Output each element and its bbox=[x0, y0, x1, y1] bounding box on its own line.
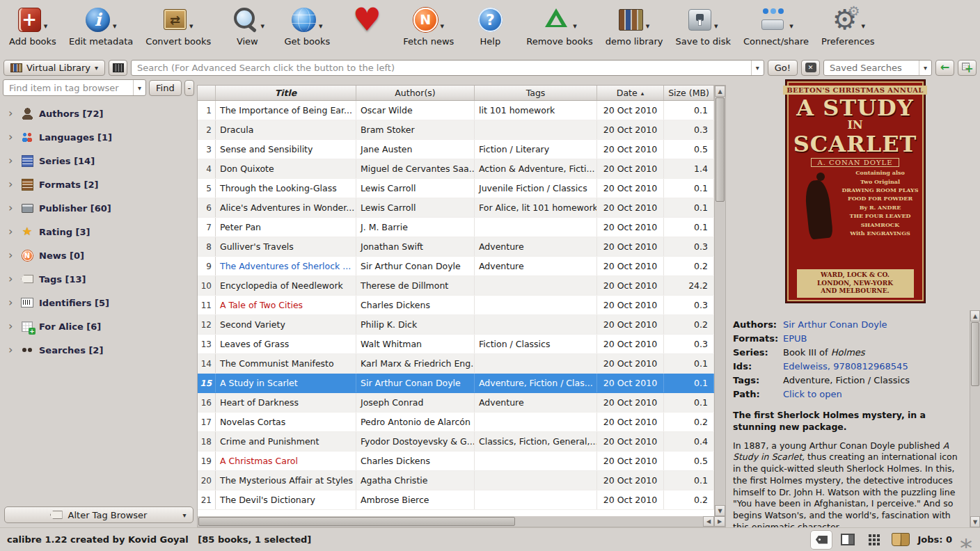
cell-title[interactable]: The Communist Manifesto bbox=[216, 354, 356, 373]
search-history-arrow-icon[interactable]: ▾ bbox=[751, 61, 764, 75]
cell-date[interactable]: 20 Oct 2010 bbox=[597, 159, 664, 178]
cell-date[interactable]: 20 Oct 2010 bbox=[597, 432, 664, 451]
cell-tags[interactable] bbox=[475, 315, 597, 334]
cell-title[interactable]: Second Variety bbox=[216, 315, 356, 334]
cell-title[interactable]: Leaves of Grass bbox=[216, 335, 356, 353]
dropdown-arrow-icon[interactable]: ▾ bbox=[573, 22, 577, 31]
cell-size[interactable]: 0.1 bbox=[664, 218, 714, 237]
cell-authors[interactable]: Pedro Antonio de Alarcón bbox=[356, 413, 475, 431]
row-number[interactable]: 10 bbox=[198, 276, 216, 295]
cell-tags[interactable]: Adventure bbox=[475, 257, 597, 276]
sidebar-item-languages[interactable]: › Languages [1] bbox=[0, 125, 197, 149]
sidebar-item-series[interactable]: › Series [14] bbox=[0, 149, 197, 173]
saved-searches-select[interactable]: Saved Searches ▾ bbox=[823, 60, 932, 76]
cell-title[interactable]: Gulliver's Travels bbox=[216, 237, 356, 256]
cell-tags[interactable] bbox=[475, 471, 597, 490]
edit-metadata-button[interactable]: ▾ Edit metadata bbox=[63, 3, 139, 48]
row-number[interactable]: 5 bbox=[198, 179, 216, 198]
cell-tags[interactable]: lit 101 homework bbox=[475, 101, 597, 120]
cell-size[interactable]: 0.1 bbox=[664, 179, 714, 198]
table-row[interactable]: 19 A Christmas Carol Charles Dickens 20 … bbox=[198, 452, 714, 471]
table-row[interactable]: 21 The Devil's Dictionary Ambrose Bierce… bbox=[198, 490, 714, 510]
table-row[interactable]: 5 Through the Looking-Glass Lewis Carrol… bbox=[198, 179, 714, 198]
dropdown-arrow-icon[interactable]: ▾ bbox=[113, 22, 117, 31]
jobs-spinner-icon[interactable]: * bbox=[958, 532, 974, 548]
cell-authors[interactable]: Charles Dickens bbox=[356, 296, 475, 314]
cell-date[interactable]: 20 Oct 2010 bbox=[597, 140, 664, 159]
sidebar-item-rating[interactable]: › Rating [3] bbox=[0, 220, 197, 243]
dropdown-arrow-icon[interactable]: ▾ bbox=[646, 22, 650, 31]
cell-tags[interactable]: Fiction / Classics bbox=[475, 335, 597, 353]
cell-tags[interactable] bbox=[475, 218, 597, 237]
table-vertical-scrollbar[interactable]: ▲ ▼ bbox=[714, 86, 725, 516]
cell-title[interactable]: A Christmas Carol bbox=[216, 452, 356, 470]
book-cover[interactable]: BEETON'S CHRISTMAS ANNUAL A STUDY IN SCA… bbox=[785, 79, 926, 303]
cell-title[interactable]: Novelas Cortas bbox=[216, 413, 356, 431]
cell-authors[interactable]: Lewis Carroll bbox=[356, 198, 475, 217]
cell-title[interactable]: A Tale of Two Cities bbox=[216, 296, 356, 314]
clear-search-button[interactable]: ✕ bbox=[801, 60, 820, 76]
cell-size[interactable]: 0.2 bbox=[664, 315, 714, 334]
expand-chevron-icon[interactable]: › bbox=[8, 179, 15, 190]
row-number[interactable]: 14 bbox=[198, 354, 216, 373]
preferences-button[interactable]: ▾ Preferences bbox=[815, 3, 880, 48]
cell-date[interactable]: 20 Oct 2010 bbox=[597, 198, 664, 217]
cell-tags[interactable]: Juvenile Fiction / Classics bbox=[475, 179, 597, 198]
scroll-up-icon[interactable]: ▲ bbox=[970, 310, 980, 321]
header-size[interactable]: Size (MB) bbox=[664, 86, 714, 100]
scrollbar-thumb[interactable] bbox=[716, 97, 725, 202]
cover-grid-toggle-button[interactable] bbox=[863, 530, 885, 550]
choose-library-button[interactable]: ▾ demo library bbox=[599, 3, 670, 48]
header-date[interactable]: Date▴ bbox=[597, 86, 664, 100]
dropdown-arrow-icon[interactable]: ▾ bbox=[319, 22, 323, 31]
save-to-disk-button[interactable]: ▾ Save to disk bbox=[670, 3, 737, 48]
cell-size[interactable]: 0.3 bbox=[664, 120, 714, 139]
cell-authors[interactable]: Charles Dickens bbox=[356, 452, 475, 470]
help-button[interactable]: ▾ Help bbox=[460, 3, 520, 48]
cell-authors[interactable]: Fyodor Dostoyevsky & G... bbox=[356, 432, 475, 451]
alter-tag-browser-button[interactable]: Alter Tag Browser ▾ bbox=[4, 506, 193, 523]
dropdown-arrow-icon[interactable]: ▾ bbox=[862, 22, 866, 31]
header-tags[interactable]: Tags bbox=[475, 86, 597, 100]
path-link[interactable]: Click to open bbox=[783, 388, 842, 400]
cell-size[interactable]: 0.5 bbox=[664, 140, 714, 159]
cell-date[interactable]: 20 Oct 2010 bbox=[597, 237, 664, 256]
table-row[interactable]: 4 Don Quixote Miguel de Cervantes Saa...… bbox=[198, 159, 714, 179]
cell-size[interactable]: 1.4 bbox=[664, 159, 714, 178]
row-number[interactable]: 12 bbox=[198, 315, 216, 334]
table-row[interactable]: 20 The Mysterious Affair at Styles Agath… bbox=[198, 471, 714, 490]
dropdown-arrow-icon[interactable]: ▾ bbox=[714, 22, 718, 31]
cell-tags[interactable] bbox=[475, 413, 597, 431]
cell-date[interactable]: 20 Oct 2010 bbox=[597, 490, 664, 509]
row-number[interactable]: 15 bbox=[198, 374, 216, 392]
cell-title[interactable]: The Devil's Dictionary bbox=[216, 490, 356, 509]
table-row[interactable]: 17 Novelas Cortas Pedro Antonio de Alarc… bbox=[198, 413, 714, 432]
cell-date[interactable]: 20 Oct 2010 bbox=[597, 101, 664, 120]
row-number[interactable]: 11 bbox=[198, 296, 216, 314]
row-number[interactable]: 1 bbox=[198, 101, 216, 120]
cell-size[interactable]: 0.1 bbox=[664, 393, 714, 412]
fetch-news-button[interactable]: ▾ Fetch news bbox=[397, 3, 460, 48]
expand-chevron-icon[interactable]: › bbox=[8, 108, 15, 119]
cell-date[interactable]: 20 Oct 2010 bbox=[597, 471, 664, 490]
expand-chevron-icon[interactable]: › bbox=[8, 250, 15, 261]
table-row[interactable]: 8 Gulliver's Travels Jonathan Swift Adve… bbox=[198, 237, 714, 257]
table-row[interactable]: 18 Crime and Punishment Fyodor Dostoyevs… bbox=[198, 432, 714, 452]
cell-tags[interactable] bbox=[475, 120, 597, 139]
row-number[interactable]: 2 bbox=[198, 120, 216, 139]
cell-size[interactable]: 0.5 bbox=[664, 452, 714, 470]
cell-tags[interactable]: Adventure bbox=[475, 393, 597, 412]
add-books-button[interactable]: ▾ Add books bbox=[3, 3, 63, 48]
cell-tags[interactable]: Action & Adventure, Ficti... bbox=[475, 159, 597, 178]
cell-size[interactable]: 0.1 bbox=[664, 471, 714, 490]
cell-date[interactable]: 20 Oct 2010 bbox=[597, 296, 664, 314]
row-number[interactable]: 16 bbox=[198, 393, 216, 412]
cell-title[interactable]: Dracula bbox=[216, 120, 356, 139]
cell-authors[interactable]: Bram Stoker bbox=[356, 120, 475, 139]
cell-tags[interactable] bbox=[475, 490, 597, 509]
cell-title[interactable]: The Adventures of Sherlock ... bbox=[216, 257, 356, 276]
cell-authors[interactable]: Sir Arthur Conan Doyle bbox=[356, 257, 475, 276]
row-number[interactable]: 7 bbox=[198, 218, 216, 237]
header-title[interactable]: Title bbox=[216, 86, 356, 100]
table-row[interactable]: 7 Peter Pan J. M. Barrie 20 Oct 2010 0.1 bbox=[198, 218, 714, 237]
